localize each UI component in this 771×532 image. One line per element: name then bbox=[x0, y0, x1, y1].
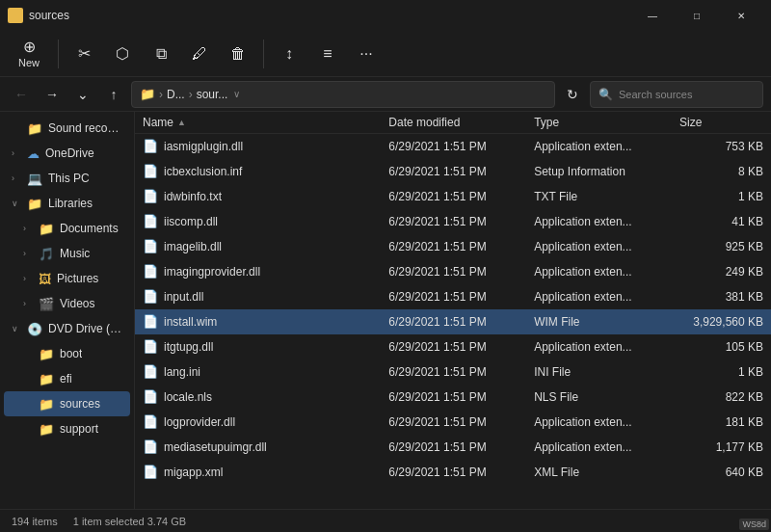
view-button[interactable]: ≡ bbox=[310, 37, 345, 71]
file-name: iasmigplugin.dll bbox=[164, 140, 243, 153]
sidebar-label: Music bbox=[60, 247, 90, 260]
file-icon: 📄 bbox=[143, 465, 158, 479]
folder-icon: 🎵 bbox=[39, 247, 54, 261]
minimize-button[interactable]: — bbox=[630, 0, 675, 31]
file-icon: 📄 bbox=[143, 314, 158, 329]
chevron-icon: › bbox=[12, 173, 21, 183]
file-date: 6/29/2021 1:51 PM bbox=[381, 259, 526, 284]
folder-icon: 🖼 bbox=[39, 272, 51, 286]
title-bar: sources — □ ✕ bbox=[0, 0, 771, 31]
table-row[interactable]: 📄itgtupg.dll6/29/2021 1:51 PMApplication… bbox=[135, 334, 771, 359]
file-name: lang.ini bbox=[164, 365, 200, 379]
table-row[interactable]: 📄iasmigplugin.dll6/29/2021 1:51 PMApplic… bbox=[135, 134, 771, 159]
file-icon: 📄 bbox=[143, 389, 158, 404]
file-type: XML File bbox=[526, 460, 672, 485]
chevron-icon: ∨ bbox=[12, 199, 21, 208]
sidebar-item-videos[interactable]: ›🎬Videos bbox=[4, 291, 130, 316]
sidebar-item-music[interactable]: ›🎵Music bbox=[4, 241, 130, 266]
file-type: Application exten... bbox=[526, 410, 672, 435]
file-name: mediasetupuimgr.dll bbox=[164, 440, 267, 454]
file-name: locale.nls bbox=[164, 390, 212, 404]
toolbar-separator-1 bbox=[58, 40, 59, 68]
sidebar-item-sound-recording[interactable]: 📁Sound recordin bbox=[4, 116, 130, 141]
file-size: 181 KB bbox=[672, 410, 771, 435]
delete-button[interactable]: 🗑 bbox=[221, 37, 255, 71]
file-date: 6/29/2021 1:51 PM bbox=[381, 284, 526, 309]
path-chevron[interactable]: ∨ bbox=[233, 89, 240, 99]
folder-icon: 🎬 bbox=[39, 297, 54, 311]
table-row[interactable]: 📄imagingprovider.dll6/29/2021 1:51 PMApp… bbox=[135, 259, 771, 284]
sidebar-item-documents[interactable]: ›📁Documents bbox=[4, 216, 130, 241]
table-row[interactable]: 📄imagelib.dll6/29/2021 1:51 PMApplicatio… bbox=[135, 234, 771, 259]
toolbar-separator-2 bbox=[263, 40, 264, 68]
sidebar-item-libraries[interactable]: ∨📁Libraries bbox=[4, 191, 130, 216]
table-row[interactable]: 📄locale.nls6/29/2021 1:51 PMNLS File822 … bbox=[135, 385, 771, 410]
table-row[interactable]: 📄mediasetupuimgr.dll6/29/2021 1:51 PMApp… bbox=[135, 435, 771, 460]
folder-icon: 💻 bbox=[27, 172, 42, 186]
col-header-date[interactable]: Date modified bbox=[381, 112, 526, 134]
paste-button[interactable]: ⧉ bbox=[144, 37, 178, 71]
table-row[interactable]: 📄idwbinfo.txt6/29/2021 1:51 PMTXT File1 … bbox=[135, 184, 771, 209]
forward-button[interactable]: → bbox=[39, 81, 66, 108]
rename-button[interactable]: 🖊 bbox=[182, 37, 217, 71]
dropdown-button[interactable]: ⌄ bbox=[69, 81, 96, 108]
folder-icon: ☁ bbox=[27, 146, 40, 161]
sidebar-label: Pictures bbox=[57, 272, 98, 285]
address-path[interactable]: 📁 › D... › sour... ∨ bbox=[131, 81, 555, 108]
table-row[interactable]: 📄logprovider.dll6/29/2021 1:51 PMApplica… bbox=[135, 410, 771, 435]
file-date: 6/29/2021 1:51 PM bbox=[381, 460, 526, 485]
file-icon: 📄 bbox=[143, 239, 158, 253]
file-table: Name ▲ Date modified Type Size 📄iasmi bbox=[135, 112, 771, 485]
back-button[interactable]: ← bbox=[8, 81, 35, 108]
file-icon: 📄 bbox=[143, 264, 158, 279]
folder-icon: 📁 bbox=[39, 347, 54, 361]
new-button[interactable]: ⊕ New bbox=[8, 33, 50, 75]
table-row[interactable]: 📄iiscomp.dll6/29/2021 1:51 PMApplication… bbox=[135, 209, 771, 234]
sidebar-item-onedrive[interactable]: ›☁OneDrive bbox=[4, 141, 130, 166]
file-name: idwbinfo.txt bbox=[164, 190, 222, 203]
close-button[interactable]: ✕ bbox=[719, 0, 763, 31]
file-name: logprovider.dll bbox=[164, 415, 235, 429]
sidebar-item-support[interactable]: 📁support bbox=[4, 416, 130, 441]
copy-button[interactable]: ⬡ bbox=[105, 37, 140, 71]
table-row[interactable]: 📄install.wim6/29/2021 1:51 PMWIM File3,9… bbox=[135, 309, 771, 334]
file-size: 1 KB bbox=[672, 359, 771, 385]
sidebar-item-dvd-drive[interactable]: ∨💿DVD Drive (G:) W bbox=[4, 316, 130, 341]
sidebar-item-sources[interactable]: 📁sources bbox=[4, 391, 130, 416]
refresh-button[interactable]: ↻ bbox=[559, 81, 586, 108]
file-icon: 📄 bbox=[143, 364, 158, 379]
more-button[interactable]: ··· bbox=[349, 37, 384, 71]
sidebar-item-pictures[interactable]: ›🖼Pictures bbox=[4, 266, 130, 291]
col-header-size[interactable]: Size bbox=[672, 112, 771, 134]
cut-button[interactable]: ✂ bbox=[66, 37, 101, 71]
sidebar-label: sources bbox=[60, 397, 100, 411]
maximize-button[interactable]: □ bbox=[675, 0, 719, 31]
sidebar-item-efi[interactable]: 📁efi bbox=[4, 366, 130, 391]
chevron-icon: ∨ bbox=[12, 324, 21, 333]
col-header-name[interactable]: Name ▲ bbox=[135, 112, 381, 134]
sidebar-item-this-pc[interactable]: ›💻This PC bbox=[4, 166, 130, 191]
table-row[interactable]: 📄lang.ini6/29/2021 1:51 PMINI File1 KB bbox=[135, 359, 771, 385]
search-box[interactable]: 🔍 Search sources bbox=[590, 81, 763, 108]
path-arrow: › bbox=[159, 88, 163, 101]
up-button[interactable]: ↑ bbox=[100, 81, 127, 108]
col-date-label: Date modified bbox=[388, 116, 460, 129]
file-name: itgtupg.dll bbox=[164, 340, 213, 354]
file-type: Application exten... bbox=[526, 209, 672, 234]
folder-icon: 📁 bbox=[27, 121, 42, 136]
table-row[interactable]: 📄input.dll6/29/2021 1:51 PMApplication e… bbox=[135, 284, 771, 309]
file-size: 640 KB bbox=[672, 460, 771, 485]
file-date: 6/29/2021 1:51 PM bbox=[381, 359, 526, 385]
file-name: imagingprovider.dll bbox=[164, 265, 260, 279]
col-header-type[interactable]: Type bbox=[526, 112, 672, 134]
sort-button[interactable]: ↕ bbox=[272, 37, 306, 71]
main-layout: 📁Sound recordin›☁OneDrive›💻This PC∨📁Libr… bbox=[0, 112, 771, 509]
sidebar-item-boot[interactable]: 📁boot bbox=[4, 341, 130, 366]
table-row[interactable]: 📄migapp.xml6/29/2021 1:51 PMXML File640 … bbox=[135, 460, 771, 485]
path-folder-icon: 📁 bbox=[140, 87, 155, 101]
file-icon: 📄 bbox=[143, 289, 158, 304]
chevron-icon: › bbox=[12, 148, 21, 158]
selected-info: 1 item selected 3.74 GB bbox=[73, 516, 186, 527]
file-type: Setup Information bbox=[526, 159, 672, 184]
table-row[interactable]: 📄icbexclusion.inf6/29/2021 1:51 PMSetup … bbox=[135, 159, 771, 184]
